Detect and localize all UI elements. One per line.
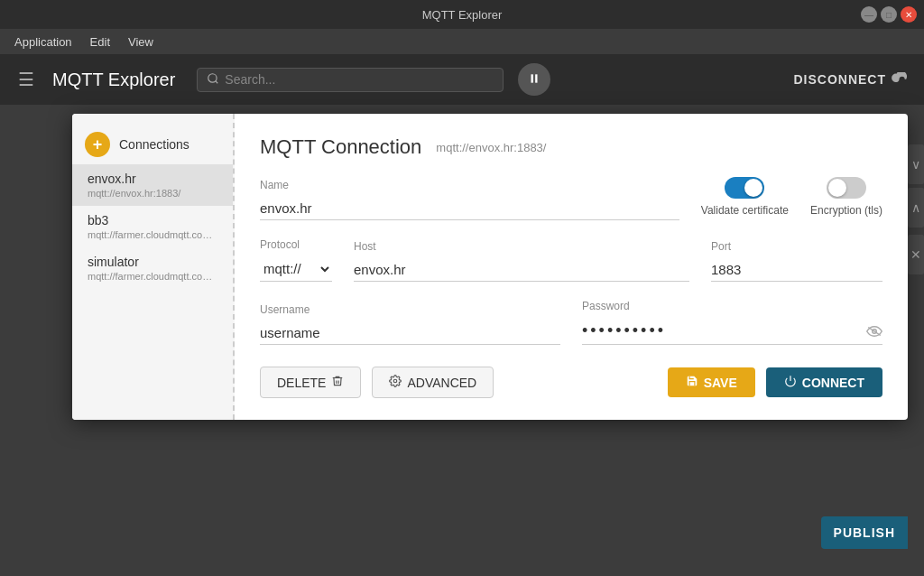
form-row-name: Name Validate certificate Encryption (tl… <box>260 177 882 220</box>
svg-line-1 <box>216 80 218 83</box>
title-bar: MQTT Explorer — □ ✕ <box>0 0 924 29</box>
hamburger-button[interactable]: ☰ <box>14 65 38 94</box>
panel-toggle-close[interactable]: ✕ <box>908 235 924 274</box>
pause-icon <box>528 72 541 88</box>
add-icon: + <box>85 132 110 157</box>
password-label: Password <box>582 300 882 312</box>
validate-cert-label: Validate certificate <box>701 204 789 217</box>
port-label: Port <box>711 240 882 253</box>
host-input[interactable] <box>354 258 689 282</box>
window-controls: — □ ✕ <box>861 6 917 23</box>
dialog-header: MQTT Connection mqtt://envox.hr:1883/ <box>260 135 882 159</box>
connection-url-simulator: mqtt://farmer.cloudmqtt.com:11124/... <box>88 271 220 282</box>
connection-url-envox: mqtt://envox.hr:1883/ <box>88 188 220 199</box>
cloud-icon <box>892 72 910 88</box>
dialog-content: MQTT Connection mqtt://envox.hr:1883/ Na… <box>235 114 908 420</box>
advanced-button[interactable]: ADVANCED <box>372 367 494 398</box>
dialog-sidebar: + Connections envox.hr mqtt://envox.hr:1… <box>72 114 235 420</box>
username-label: Username <box>260 303 560 316</box>
dialog-subtitle: mqtt://envox.hr:1883/ <box>436 141 546 154</box>
connections-label: Connections <box>119 137 189 152</box>
disconnect-label: DISCONNECT <box>793 72 886 87</box>
disconnect-button[interactable]: DISCONNECT <box>793 72 910 88</box>
publish-button[interactable]: PUBLISH <box>821 516 908 549</box>
main-area: Topic ∧ ∨ ∧ ✕ PUBLISH + Connections envo… <box>0 105 924 576</box>
menu-edit[interactable]: Edit <box>83 33 117 51</box>
encryption-group: Encryption (tls) <box>810 177 882 217</box>
password-group: Password <box>582 300 882 345</box>
connection-name-envox: envox.hr <box>88 172 220 186</box>
maximize-button[interactable]: □ <box>881 6 897 23</box>
connection-name-simulator: simulator <box>88 255 220 269</box>
app-toolbar: ☰ MQTT Explorer DISCONNECT <box>0 54 924 105</box>
pause-button[interactable] <box>518 63 550 96</box>
connection-item-bb3[interactable]: bb3 mqtt://farmer.cloudmqtt.com:110... <box>72 206 233 247</box>
save-icon <box>686 375 698 390</box>
save-label: SAVE <box>704 376 737 390</box>
svg-point-6 <box>394 379 398 383</box>
validate-cert-toggle[interactable] <box>725 177 764 199</box>
name-group: Name <box>260 179 679 220</box>
menu-bar: Application Edit View <box>0 29 924 54</box>
protocol-select[interactable]: mqtt:// mqtts:// ws:// wss:// <box>260 256 332 282</box>
connection-item-envox[interactable]: envox.hr mqtt://envox.hr:1883/ <box>72 164 233 206</box>
password-field-wrapper <box>582 318 882 345</box>
svg-point-0 <box>208 73 217 81</box>
connect-label: CONNECT <box>802 376 864 390</box>
minimize-button[interactable]: — <box>861 6 877 23</box>
port-input[interactable] <box>711 258 882 282</box>
dialog-title: MQTT Connection <box>260 135 421 159</box>
window-title: MQTT Explorer <box>422 8 503 22</box>
password-input[interactable] <box>582 318 882 345</box>
username-group: Username <box>260 303 560 345</box>
delete-button[interactable]: DELETE <box>260 367 361 398</box>
username-input[interactable] <box>260 321 560 345</box>
delete-label: DELETE <box>277 376 326 390</box>
encryption-label: Encryption (tls) <box>810 204 882 217</box>
encryption-toggle[interactable] <box>827 177 866 199</box>
protocol-group: Protocol mqtt:// mqtts:// ws:// wss:// <box>260 238 332 282</box>
panel-toggle-down[interactable]: ∨ <box>908 144 924 184</box>
validate-cert-group: Validate certificate <box>701 177 789 217</box>
publish-area: PUBLISH <box>821 516 908 549</box>
port-group: Port <box>711 240 882 282</box>
svg-rect-3 <box>535 74 537 82</box>
connection-name-bb3: bb3 <box>88 213 220 228</box>
hamburger-icon: ☰ <box>18 70 34 89</box>
host-label: Host <box>354 240 689 253</box>
menu-view[interactable]: View <box>121 33 161 51</box>
form-row-auth: Username Password <box>260 300 882 345</box>
connection-item-simulator[interactable]: simulator mqtt://farmer.cloudmqtt.com:11… <box>72 247 233 289</box>
form-row-connection: Protocol mqtt:// mqtts:// ws:// wss:// H… <box>260 238 882 282</box>
right-panels: ∨ ∧ ✕ <box>908 144 924 276</box>
name-input[interactable] <box>260 197 679 220</box>
name-label: Name <box>260 179 679 191</box>
dialog-actions: DELETE ADVANCED <box>260 367 882 398</box>
gear-icon <box>389 375 402 390</box>
search-input[interactable] <box>225 72 494 87</box>
close-button[interactable]: ✕ <box>901 6 917 23</box>
host-group: Host <box>354 240 689 282</box>
connection-url-bb3: mqtt://farmer.cloudmqtt.com:110... <box>88 229 220 240</box>
connect-button[interactable]: CONNECT <box>766 367 882 397</box>
power-icon <box>784 375 797 390</box>
advanced-label: ADVANCED <box>407 376 476 390</box>
svg-rect-2 <box>531 74 533 82</box>
trash-icon <box>331 375 344 390</box>
add-connection-button[interactable]: + Connections <box>72 125 233 164</box>
mqtt-connection-dialog: + Connections envox.hr mqtt://envox.hr:1… <box>72 114 908 420</box>
panel-toggle-up[interactable]: ∧ <box>908 188 924 228</box>
toggle-password-button[interactable] <box>866 325 882 341</box>
protocol-label: Protocol <box>260 238 332 251</box>
menu-application[interactable]: Application <box>7 33 79 51</box>
save-button[interactable]: SAVE <box>668 367 755 397</box>
search-icon <box>207 72 219 88</box>
app-title: MQTT Explorer <box>52 70 175 90</box>
search-bar <box>197 68 504 92</box>
